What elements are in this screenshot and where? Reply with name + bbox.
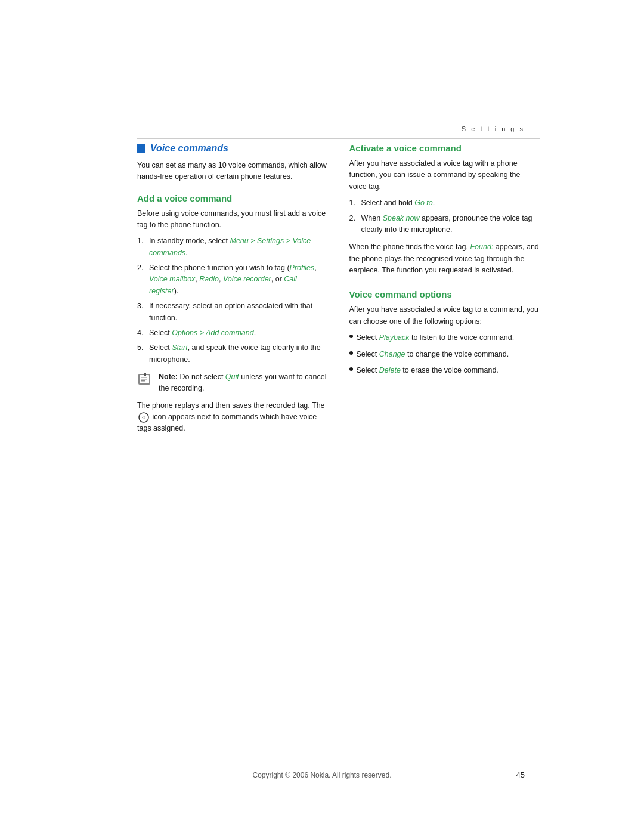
bullet-icon	[349, 335, 353, 338]
add-voice-command-body: Before using voice commands, you must fi…	[137, 208, 328, 231]
option-change-text: Select Change to change the voice comman…	[357, 349, 509, 360]
step-2-link3: Radio	[199, 275, 219, 283]
activate-voice-command-section: Activate a voice command After you have …	[349, 143, 540, 276]
activate-step-2-num: 2.	[349, 213, 358, 236]
note-text: Note: Do not select Quit unless you want…	[159, 371, 328, 394]
step-2: 2. Select the phone function you wish to…	[137, 262, 328, 297]
svg-rect-2	[141, 377, 147, 378]
svg-rect-4	[141, 380, 145, 382]
note-icon	[137, 373, 154, 387]
note-box: Note: Do not select Quit unless you want…	[137, 371, 328, 394]
note-link-quit: Quit	[225, 373, 239, 381]
footer: Copyright © 2006 Nokia. All rights reser…	[0, 771, 644, 779]
right-column: Activate a voice command After you have …	[349, 143, 540, 435]
content-area: Voice commands You can set as many as 10…	[137, 143, 540, 435]
option-delete-text: Select Delete to erase the voice command…	[357, 365, 499, 376]
activate-link-found: Found:	[470, 243, 493, 251]
page: S e t t i n g s Voice commands You can s…	[0, 0, 644, 833]
option-playback: Select Playback to listen to the voice c…	[349, 332, 540, 343]
step-1-link: Menu > Settings > Voice commands	[149, 237, 311, 256]
add-voice-command-steps: 1. In standby mode, select Menu > Settin…	[137, 236, 328, 366]
activate-voice-command-body: After you have associated a voice tag wi…	[349, 158, 540, 193]
step-1-text: In standby mode, select Menu > Settings …	[149, 236, 328, 259]
note-bold: Note:	[159, 373, 178, 381]
step-3-num: 3.	[137, 301, 145, 324]
option-change: Select Change to change the voice comman…	[349, 349, 540, 360]
activate-link-speaknow: Speak now	[383, 214, 420, 222]
main-section-title: Voice commands	[137, 143, 328, 154]
divider	[137, 138, 540, 139]
step-2-text: Select the phone function you wish to ta…	[149, 262, 328, 297]
blue-square-icon	[137, 144, 145, 153]
svg-point-7	[143, 416, 145, 419]
bullet-icon	[349, 367, 353, 371]
step-4-text: Select Options > Add command.	[149, 327, 256, 339]
voice-command-options-section: Voice command options After you have ass…	[349, 289, 540, 376]
voice-command-options-list: Select Playback to listen to the voice c…	[349, 332, 540, 376]
step-3-text: If necessary, select an option associate…	[149, 301, 328, 324]
bullet-icon	[349, 351, 353, 355]
footer-copyright: Copyright © 2006 Nokia. All rights reser…	[0, 771, 644, 779]
step-2-link2: Voice mailbox	[149, 275, 195, 283]
main-title: Voice commands	[150, 143, 228, 154]
step-5-link: Start	[172, 343, 187, 352]
svg-rect-5	[144, 373, 146, 376]
add-voice-command-section: Add a voice command Before using voice c…	[137, 193, 328, 435]
add-voice-command-title: Add a voice command	[137, 193, 328, 203]
activate-link-goto: Go to	[414, 199, 433, 207]
option-link-delete: Delete	[379, 366, 401, 374]
activate-body-bottom: When the phone finds the voice tag, Foun…	[349, 241, 540, 276]
step-3: 3. If necessary, select an option associ…	[137, 301, 328, 324]
activate-step-2: 2. When Speak now appears, pronounce the…	[349, 213, 540, 236]
activate-step-1-num: 1.	[349, 197, 358, 209]
voice-command-options-body: After you have associated a voice tag to…	[349, 304, 540, 327]
option-link-playback: Playback	[379, 333, 410, 342]
step-2-num: 2.	[137, 262, 145, 297]
body-text-bottom: The phone replays and then saves the rec…	[137, 400, 328, 435]
voice-command-options-title: Voice command options	[349, 289, 540, 299]
voice-tag-icon	[138, 412, 149, 423]
step-5: 5. Select Start, and speak the voice tag…	[137, 342, 328, 366]
settings-label: S e t t i n g s	[462, 125, 525, 132]
step-2-link4: Voice recorder	[223, 275, 271, 283]
step-5-num: 5.	[137, 342, 145, 366]
activate-step-1: 1. Select and hold Go to.	[349, 197, 540, 209]
step-1-num: 1.	[137, 236, 145, 259]
activate-steps: 1. Select and hold Go to. 2. When Speak …	[349, 197, 540, 236]
svg-rect-3	[141, 379, 147, 380]
activate-voice-command-title: Activate a voice command	[349, 143, 540, 153]
option-delete: Select Delete to erase the voice command…	[349, 365, 540, 376]
step-5-text: Select Start, and speak the voice tag cl…	[149, 342, 328, 366]
option-link-change: Change	[379, 350, 405, 358]
step-4-num: 4.	[137, 327, 145, 339]
step-1: 1. In standby mode, select Menu > Settin…	[137, 236, 328, 259]
step-4-link: Options > Add command	[172, 329, 253, 337]
intro-text: You can set as many as 10 voice commands…	[137, 160, 328, 182]
step-4: 4. Select Options > Add command.	[137, 327, 328, 339]
page-number: 45	[516, 770, 525, 779]
activate-step-2-text: When Speak now appears, pronounce the vo…	[361, 213, 540, 236]
left-column: Voice commands You can set as many as 10…	[137, 143, 328, 435]
activate-step-1-text: Select and hold Go to.	[361, 197, 435, 209]
option-playback-text: Select Playback to listen to the voice c…	[357, 332, 515, 343]
step-2-link1: Profiles	[290, 264, 315, 272]
